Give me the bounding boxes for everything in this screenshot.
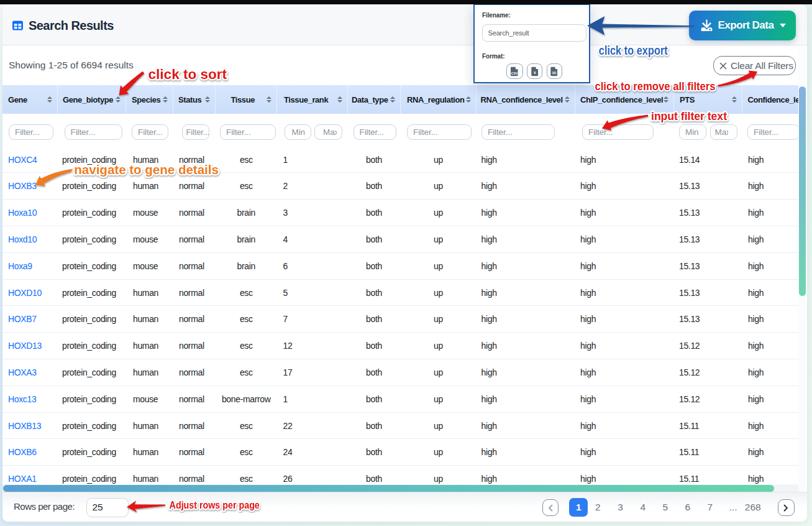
svg-text:x: x bbox=[534, 70, 536, 75]
svg-text:CSV: CSV bbox=[511, 71, 518, 75]
